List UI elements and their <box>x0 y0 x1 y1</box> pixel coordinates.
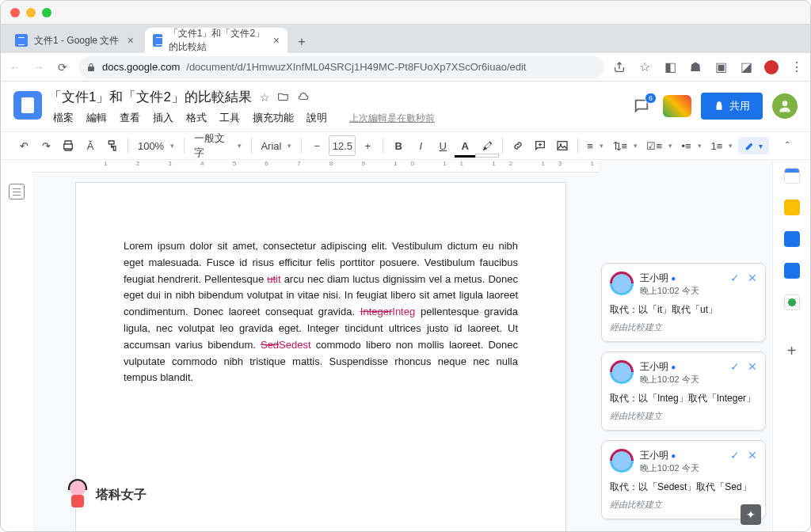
numbered-list-button[interactable]: 1≡ <box>707 135 737 156</box>
minimize-window-button[interactable] <box>26 8 36 17</box>
tab-close-button[interactable]: × <box>273 34 280 47</box>
menu-help[interactable]: 說明 <box>302 109 332 127</box>
new-tab-button[interactable]: + <box>291 31 313 53</box>
url-host: docs.google.com <box>102 61 180 73</box>
extension-icon[interactable]: ◪ <box>739 60 753 74</box>
font-size-increase-button[interactable]: + <box>357 135 378 156</box>
accept-suggestion-button[interactable]: ✓ <box>730 272 740 284</box>
print-button[interactable] <box>58 135 78 156</box>
account-avatar[interactable] <box>772 93 798 119</box>
suggestion-card[interactable]: 王小明 ● 晚上10:02 今天 ✓ ✕ 取代：以「it」取代「ut」 經由比較… <box>601 263 766 342</box>
reject-suggestion-button[interactable]: ✕ <box>748 360 757 373</box>
font-size-input[interactable]: 12.5 <box>329 135 356 156</box>
line-spacing-button[interactable]: ⇅≡ <box>609 135 642 156</box>
deleted-text: Integer <box>360 306 392 317</box>
browser-tab[interactable]: 文件1 - Google 文件 × <box>7 28 142 53</box>
bulleted-list-button[interactable]: •≡ <box>678 135 706 156</box>
suggestion-body: 取代：以「Sedest」取代「Sed」 <box>610 481 757 494</box>
underline-button[interactable]: U <box>432 135 453 156</box>
align-button[interactable]: ≡ <box>583 135 607 156</box>
reject-suggestion-button[interactable]: ✕ <box>748 272 757 284</box>
close-window-button[interactable] <box>10 8 20 17</box>
macos-titlebar <box>1 1 810 25</box>
font-family-select[interactable]: Arial <box>256 140 296 152</box>
editing-mode-button[interactable]: ▾ <box>738 137 769 154</box>
nav-reload-button[interactable]: ⟳ <box>55 59 70 75</box>
insert-link-button[interactable] <box>508 135 528 156</box>
comment-history-button[interactable]: 6 <box>630 94 653 118</box>
browser-tab-active[interactable]: 「文件1」和「文件2」的比較結 × <box>145 28 287 53</box>
accept-suggestion-button[interactable]: ✓ <box>730 360 740 373</box>
document-title[interactable]: 「文件1」和「文件2」的比較結果 <box>48 88 252 106</box>
commenter-name: 王小明 <box>640 272 668 283</box>
extension-icon[interactable]: ☗ <box>688 60 702 74</box>
commenter-avatar-icon <box>610 449 634 473</box>
commenter-avatar-icon <box>610 360 634 384</box>
text-color-button[interactable]: A <box>455 135 475 156</box>
comment-count-badge: 6 <box>645 93 657 104</box>
italic-button[interactable]: I <box>410 135 431 156</box>
side-panel-rail: + <box>772 160 810 532</box>
watermark: 塔科女子 <box>64 479 147 511</box>
last-edit-link[interactable]: 上次編輯是在數秒前 <box>345 110 440 127</box>
docs-favicon-icon <box>153 34 162 47</box>
nav-back-button[interactable]: ← <box>7 59 23 75</box>
zoom-select[interactable]: 100% <box>133 140 179 152</box>
deleted-text: Sed <box>261 339 279 351</box>
spellcheck-button[interactable]: Ă <box>80 135 101 156</box>
get-addons-button[interactable]: + <box>787 342 797 360</box>
paragraph-style-select[interactable]: 一般文字 <box>189 131 246 160</box>
toolbar-overflow-button[interactable]: ˆ <box>777 135 798 156</box>
star-icon[interactable]: ☆ <box>638 60 652 74</box>
maps-app-icon[interactable] <box>784 294 800 310</box>
cast-icon[interactable]: ▣ <box>714 60 728 74</box>
menu-file[interactable]: 檔案 <box>48 109 78 127</box>
docs-logo-icon[interactable] <box>13 91 42 120</box>
browser-tabstrip: 文件1 - Google 文件 × 「文件1」和「文件2」的比較結 × + <box>1 25 810 53</box>
star-document-button[interactable]: ☆ <box>260 91 270 104</box>
add-comment-button[interactable] <box>530 135 550 156</box>
bold-button[interactable]: B <box>388 135 409 156</box>
redo-button[interactable]: ↷ <box>36 135 56 156</box>
tab-close-button[interactable]: × <box>128 34 134 47</box>
url-bar[interactable]: docs.google.com/document/d/1HmwuzXInfML0… <box>78 56 604 78</box>
outline-toggle-button[interactable] <box>9 184 25 200</box>
menu-tools[interactable]: 工具 <box>215 109 245 127</box>
send-tab-icon[interactable] <box>612 60 626 74</box>
menu-extensions[interactable]: 擴充功能 <box>248 109 299 127</box>
font-size-decrease-button[interactable]: − <box>307 135 327 156</box>
contacts-app-icon[interactable] <box>784 263 800 279</box>
insert-image-button[interactable] <box>552 135 573 156</box>
profile-avatar-icon[interactable] <box>764 60 779 74</box>
highlight-color-button[interactable]: 🖍 <box>477 135 497 156</box>
calendar-app-icon[interactable] <box>784 168 800 184</box>
nav-forward-button[interactable]: → <box>31 59 47 75</box>
cloud-status-icon[interactable] <box>297 91 310 104</box>
browser-menu-button[interactable]: ⋮ <box>790 60 804 74</box>
extension-icon[interactable]: ◧ <box>663 60 677 74</box>
keep-app-icon[interactable] <box>784 200 800 215</box>
suggestions-column: 王小明 ● 晚上10:02 今天 ✓ ✕ 取代：以「it」取代「ut」 經由比較… <box>598 160 772 532</box>
maximize-window-button[interactable] <box>42 8 51 17</box>
reject-suggestion-button[interactable]: ✕ <box>748 449 757 462</box>
menu-format[interactable]: 格式 <box>181 109 211 127</box>
suggestion-card[interactable]: 王小明 ● 晚上10:02 今天 ✓ ✕ 取代：以「Integ」取代「Integ… <box>601 352 766 431</box>
explore-button[interactable]: ✦ <box>741 504 761 525</box>
horizontal-ruler[interactable]: 1 2 3 4 5 6 7 8 9 10 11 12 13 14 15 16 1… <box>32 160 598 173</box>
document-scroll-area[interactable]: 1 2 3 4 5 6 7 8 9 10 11 12 13 14 15 16 1… <box>32 160 598 532</box>
menu-view[interactable]: 查看 <box>115 109 145 127</box>
suggestion-footer: 經由比較建立 <box>610 321 757 333</box>
document-page[interactable]: Lorem ipsum dolor sit amet, consectetur … <box>75 182 566 532</box>
checklist-button[interactable]: ☑≡ <box>643 135 676 156</box>
tab-title: 「文件1」和「文件2」的比較結 <box>169 27 267 54</box>
undo-button[interactable]: ↶ <box>13 135 34 156</box>
menu-insert[interactable]: 插入 <box>148 109 178 127</box>
move-document-button[interactable] <box>278 91 289 104</box>
paint-format-button[interactable] <box>102 135 123 156</box>
accept-suggestion-button[interactable]: ✓ <box>730 449 740 462</box>
menu-edit[interactable]: 編輯 <box>82 109 112 127</box>
commenter-avatar-icon <box>610 272 634 295</box>
share-button[interactable]: 共用 <box>701 93 763 120</box>
tasks-app-icon[interactable] <box>784 231 800 247</box>
meet-button[interactable] <box>663 95 691 117</box>
